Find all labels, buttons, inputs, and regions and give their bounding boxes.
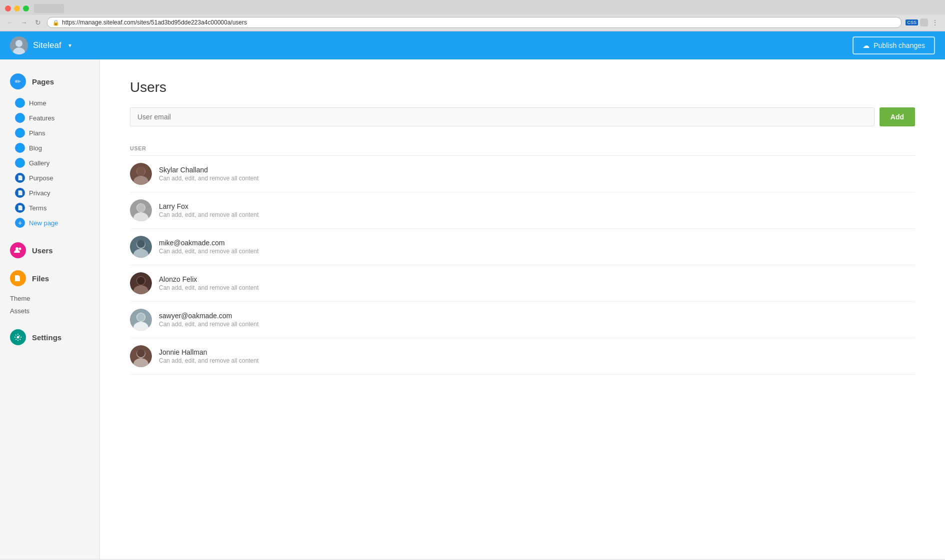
features-page-icon: 🌐 bbox=[15, 113, 25, 123]
user-role: Can add, edit, and remove all content bbox=[159, 211, 258, 218]
browser-extensions: CSS ⋮ bbox=[906, 17, 940, 27]
maximize-window-btn[interactable] bbox=[23, 5, 29, 11]
new-page-icon: + bbox=[15, 218, 25, 228]
privacy-page-icon: 📄 bbox=[15, 188, 25, 198]
close-window-btn[interactable] bbox=[5, 5, 11, 11]
svg-point-4 bbox=[19, 248, 21, 250]
user-role: Can add, edit, and remove all content bbox=[159, 284, 258, 291]
terms-label: Terms bbox=[29, 204, 46, 212]
svg-point-18 bbox=[137, 240, 145, 248]
sidebar-item-terms[interactable]: 📄 Terms bbox=[0, 200, 99, 215]
avatar-image bbox=[10, 36, 28, 54]
ssl-icon: 🔒 bbox=[52, 19, 59, 26]
user-role: Can add, edit, and remove all content bbox=[159, 321, 258, 328]
main-content: Users Add USER Skylar Challand Can add, … bbox=[100, 59, 945, 559]
users-label: Users bbox=[32, 246, 53, 255]
table-row[interactable]: sawyer@oakmade.com Can add, edit, and re… bbox=[130, 302, 915, 338]
browser-tab[interactable] bbox=[34, 4, 64, 13]
table-header: USER bbox=[130, 141, 915, 156]
user-avatar bbox=[130, 272, 152, 294]
sidebar-item-theme[interactable]: Theme bbox=[0, 292, 99, 305]
minimize-window-btn[interactable] bbox=[14, 5, 20, 11]
more-options-btn[interactable]: ⋮ bbox=[930, 17, 940, 27]
sidebar-item-users[interactable]: Users bbox=[0, 238, 99, 262]
sidebar: ✏ Pages 🌐 Home 🌐 Features 🌐 Plans bbox=[0, 59, 100, 559]
table-row[interactable]: Jonnie Hallman Can add, edit, and remove… bbox=[130, 338, 915, 375]
sidebar-item-gallery[interactable]: 🌐 Gallery bbox=[0, 155, 99, 170]
features-label: Features bbox=[29, 114, 54, 122]
sidebar-item-files[interactable]: Files bbox=[0, 266, 99, 290]
sidebar-item-home[interactable]: 🌐 Home bbox=[0, 95, 99, 110]
user-info: Larry Fox Can add, edit, and remove all … bbox=[159, 202, 258, 218]
assets-label: Assets bbox=[10, 307, 29, 315]
new-page-label: New page bbox=[29, 219, 58, 227]
sidebar-item-assets[interactable]: Assets bbox=[0, 305, 99, 317]
extension-btn-1[interactable] bbox=[920, 18, 928, 26]
sidebar-files-section: Files Theme Assets bbox=[0, 266, 99, 321]
user-role: Can add, edit, and remove all content bbox=[159, 357, 258, 364]
svg-point-5 bbox=[17, 336, 19, 339]
plans-page-icon: 🌐 bbox=[15, 128, 25, 138]
files-icon bbox=[10, 270, 26, 286]
user-avatar bbox=[130, 345, 152, 367]
back-button[interactable]: ← bbox=[5, 17, 15, 27]
publish-icon: ☁ bbox=[863, 41, 870, 49]
refresh-button[interactable]: ↻ bbox=[33, 17, 43, 27]
home-page-icon: 🌐 bbox=[15, 98, 25, 108]
pages-sub-items: 🌐 Home 🌐 Features 🌐 Plans 🌐 Blog bbox=[0, 93, 99, 234]
blog-page-icon: 🌐 bbox=[15, 143, 25, 153]
user-avatar bbox=[130, 309, 152, 331]
app-container: Siteleaf ▾ ☁ Publish changes ✏ Pages 🌐 H… bbox=[0, 31, 945, 559]
browser-title-bar bbox=[0, 0, 945, 15]
brand-dropdown-icon[interactable]: ▾ bbox=[68, 42, 71, 49]
browser-chrome: ← → ↻ 🔒 https://manage.siteleaf.com/site… bbox=[0, 0, 945, 31]
user-avatar bbox=[130, 199, 152, 221]
publish-changes-button[interactable]: ☁ Publish changes bbox=[853, 36, 935, 54]
address-bar[interactable]: 🔒 https://manage.siteleaf.com/sites/51ad… bbox=[47, 17, 902, 28]
sidebar-item-purpose[interactable]: 📄 Purpose bbox=[0, 170, 99, 185]
user-info: sawyer@oakmade.com Can add, edit, and re… bbox=[159, 312, 258, 328]
svg-point-30 bbox=[137, 349, 145, 357]
user-name: Larry Fox bbox=[159, 202, 258, 210]
pages-label: Pages bbox=[32, 77, 54, 86]
top-nav: Siteleaf ▾ ☁ Publish changes bbox=[0, 31, 945, 59]
user-avatar-nav bbox=[10, 36, 28, 54]
user-avatar bbox=[130, 163, 152, 185]
user-name: Alonzo Felix bbox=[159, 275, 258, 283]
sidebar-item-pages[interactable]: ✏ Pages bbox=[0, 69, 99, 93]
settings-icon bbox=[10, 329, 26, 345]
nav-brand: Siteleaf ▾ bbox=[10, 36, 71, 54]
gallery-page-icon: 🌐 bbox=[15, 158, 25, 168]
table-row[interactable]: mike@oakmade.com Can add, edit, and remo… bbox=[130, 229, 915, 265]
purpose-label: Purpose bbox=[29, 174, 53, 182]
terms-page-icon: 📄 bbox=[15, 203, 25, 213]
users-icon bbox=[10, 242, 26, 258]
home-label: Home bbox=[29, 99, 46, 107]
user-email-input[interactable] bbox=[130, 107, 875, 126]
sidebar-item-plans[interactable]: 🌐 Plans bbox=[0, 125, 99, 140]
sidebar-item-settings[interactable]: Settings bbox=[0, 325, 99, 349]
sidebar-item-privacy[interactable]: 📄 Privacy bbox=[0, 185, 99, 200]
blog-label: Blog bbox=[29, 144, 42, 152]
user-name: sawyer@oakmade.com bbox=[159, 312, 258, 320]
user-info: Alonzo Felix Can add, edit, and remove a… bbox=[159, 275, 258, 291]
add-user-button[interactable]: Add bbox=[880, 107, 915, 126]
user-name: Jonnie Hallman bbox=[159, 348, 258, 356]
svg-point-10 bbox=[137, 167, 145, 176]
svg-point-22 bbox=[137, 277, 145, 285]
user-info: mike@oakmade.com Can add, edit, and remo… bbox=[159, 239, 258, 255]
privacy-label: Privacy bbox=[29, 189, 50, 197]
add-user-form: Add bbox=[130, 107, 915, 126]
sidebar-item-features[interactable]: 🌐 Features bbox=[0, 110, 99, 125]
table-row[interactable]: Larry Fox Can add, edit, and remove all … bbox=[130, 192, 915, 229]
forward-button[interactable]: → bbox=[19, 17, 29, 27]
table-row[interactable]: Skylar Challand Can add, edit, and remov… bbox=[130, 156, 915, 192]
users-list: Skylar Challand Can add, edit, and remov… bbox=[130, 156, 915, 375]
pages-icon: ✏ bbox=[10, 73, 26, 89]
files-label: Files bbox=[32, 274, 49, 283]
sidebar-item-new-page[interactable]: + New page bbox=[0, 215, 99, 230]
table-row[interactable]: Alonzo Felix Can add, edit, and remove a… bbox=[130, 265, 915, 302]
sidebar-item-blog[interactable]: 🌐 Blog bbox=[0, 140, 99, 155]
user-role: Can add, edit, and remove all content bbox=[159, 248, 258, 255]
plans-label: Plans bbox=[29, 129, 45, 137]
